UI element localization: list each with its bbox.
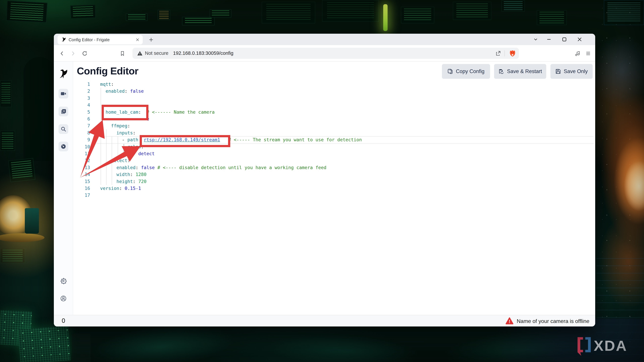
- code-line: 16version: 0.15-1: [54, 185, 595, 192]
- code-line: 14 width: 1280: [54, 171, 595, 178]
- annotation-box: [140, 135, 230, 147]
- code-line: 3: [54, 95, 595, 102]
- wallpaper-screen: [0, 131, 15, 151]
- wallpaper-screen: [453, 2, 492, 20]
- warning-icon: [506, 317, 513, 325]
- code-line: 2 enabled: false: [54, 88, 595, 95]
- config-editor[interactable]: 1mqtt:2 enabled: false345 home_lab_cam: …: [54, 34, 595, 327]
- wallpaper-screen: [158, 10, 170, 20]
- teal-glass: [25, 208, 39, 234]
- wallpaper-screen: [6, 1, 48, 23]
- code-line: 1mqtt:: [54, 81, 595, 88]
- code-line: 10 roles:: [54, 143, 595, 150]
- code-line: 15 height: 720: [54, 178, 595, 185]
- browser-window: Config Editor - Frigate: [54, 34, 595, 327]
- code-line: 8 inputs:: [54, 129, 595, 136]
- circuit-board: [18, 326, 71, 362]
- status-count: 0: [62, 317, 65, 324]
- wallpaper-light-tube: [383, 4, 388, 31]
- wallpaper-screen: [210, 9, 232, 17]
- code-line: 7 ffmpeg:: [54, 122, 595, 129]
- wallpaper-monitor: [262, 2, 315, 23]
- warning-text: Name of your camera is offline: [517, 318, 589, 324]
- wallpaper-screen: [537, 10, 567, 25]
- wallpaper-screen: [182, 17, 215, 25]
- wallpaper-arch: [24, 57, 55, 161]
- annotation-box: [102, 105, 148, 120]
- xda-watermark: XDA: [576, 336, 642, 357]
- wallpaper-screen: [126, 13, 148, 21]
- xda-brackets-icon: [576, 336, 592, 356]
- screenshot: XDA Config Editor - Frigate: [0, 0, 644, 362]
- wallpaper-screen: [401, 7, 434, 23]
- code-line: 17: [54, 192, 595, 199]
- code-line: 12 detect:: [54, 157, 595, 164]
- status-bar: 0 Name of your camera is offline: [54, 315, 595, 327]
- wallpaper-screen: [502, 0, 525, 12]
- wallpaper-screen: [0, 80, 12, 107]
- wallpaper-monitor: [322, 0, 379, 22]
- blanket-sheen: [268, 331, 420, 362]
- xda-text: XDA: [594, 337, 628, 354]
- code-line: 13 enabled: false # <---- disable detect…: [54, 164, 595, 171]
- wallpaper-dark-block: [72, 334, 90, 362]
- wallpaper-screen: [70, 4, 96, 19]
- code-line: 9 - path rtsp://192.168.0.149/stream1 # …: [54, 136, 595, 143]
- code-line: 11 - detect: [54, 150, 595, 157]
